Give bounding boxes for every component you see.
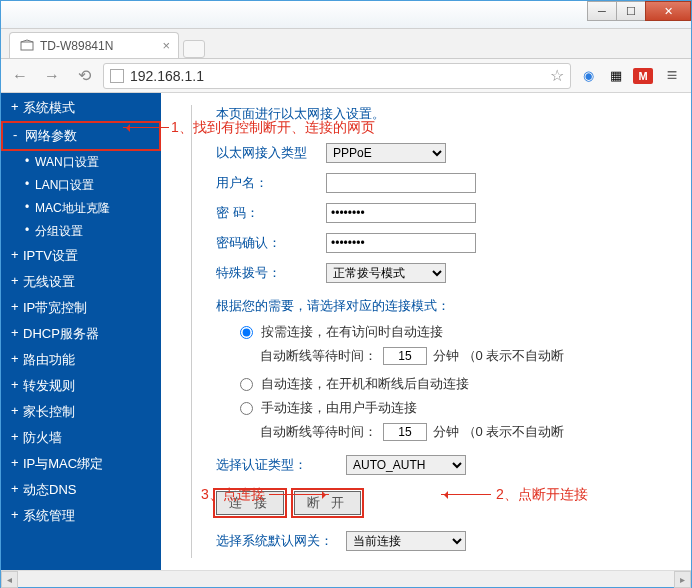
url-input[interactable]: 192.168.1.1 ☆ bbox=[103, 63, 571, 89]
browser-menu-button[interactable]: ≡ bbox=[659, 63, 685, 89]
window-minimize-button[interactable]: ─ bbox=[587, 1, 617, 21]
auth-label: 选择认证类型： bbox=[216, 456, 346, 474]
address-bar: ← → ⟲ 192.168.1.1 ☆ ◉ ▦ M ≡ bbox=[1, 59, 691, 93]
sidebar-item-mac-clone[interactable]: MAC地址克隆 bbox=[1, 197, 161, 220]
idle-time-input-1[interactable] bbox=[383, 347, 427, 365]
window-maximize-button[interactable]: ☐ bbox=[616, 1, 646, 21]
gateway-label: 选择系统默认网关： bbox=[216, 532, 346, 550]
url-text: 192.168.1.1 bbox=[130, 68, 204, 84]
sidebar-item-forwarding[interactable]: 转发规则 bbox=[1, 373, 161, 399]
sidebar-item-dhcp[interactable]: DHCP服务器 bbox=[1, 321, 161, 347]
tab-title: TD-W89841N bbox=[40, 39, 113, 53]
main-panel: 本页面进行以太网接入设置。 以太网接入类型 PPPoE 用户名： 密 码： 密码… bbox=[161, 93, 691, 570]
gmail-icon[interactable]: M bbox=[633, 68, 653, 84]
sidebar-item-iptv[interactable]: IPTV设置 bbox=[1, 243, 161, 269]
sidebar-item-routing[interactable]: 路由功能 bbox=[1, 347, 161, 373]
back-button[interactable]: ← bbox=[7, 63, 33, 89]
sidebar: 系统模式 网络参数 WAN口设置 LAN口设置 MAC地址克隆 分组设置 IPT… bbox=[1, 93, 161, 570]
username-label: 用户名： bbox=[216, 174, 326, 192]
sidebar-item-wan-settings[interactable]: WAN口设置 bbox=[1, 151, 161, 174]
new-tab-button[interactable] bbox=[183, 40, 205, 58]
gateway-select[interactable]: 当前连接 bbox=[346, 531, 466, 551]
auth-select[interactable]: AUTO_AUTH bbox=[346, 455, 466, 475]
password-confirm-label: 密码确认： bbox=[216, 234, 326, 252]
sidebar-item-ddns[interactable]: 动态DNS bbox=[1, 477, 161, 503]
mode-on-demand-label: 按需连接，在有访问时自动连接 bbox=[261, 323, 443, 341]
scroll-right-button[interactable]: ▸ bbox=[674, 571, 691, 588]
browser-window: ─ ☐ ✕ TD-W89841N × ← → ⟲ 192.168.1.1 ☆ ◉… bbox=[0, 0, 692, 588]
disconnect-button[interactable]: 断 开 bbox=[294, 491, 362, 515]
sidebar-item-network-params[interactable]: 网络参数 bbox=[1, 121, 161, 151]
horizontal-scrollbar[interactable]: ◂ ▸ bbox=[1, 570, 691, 587]
tab-favicon-icon bbox=[20, 39, 34, 53]
forward-button[interactable]: → bbox=[39, 63, 65, 89]
idle-label-1: 自动断线等待时间： bbox=[260, 347, 377, 365]
sidebar-item-bandwidth[interactable]: IP带宽控制 bbox=[1, 295, 161, 321]
mode-auto-radio[interactable] bbox=[240, 378, 253, 391]
sidebar-item-parental[interactable]: 家长控制 bbox=[1, 399, 161, 425]
reload-button[interactable]: ⟲ bbox=[71, 63, 97, 89]
scroll-left-button[interactable]: ◂ bbox=[1, 571, 18, 588]
idle-unit-1: 分钟 （0 表示不自动断 bbox=[433, 347, 564, 365]
connect-button[interactable]: 连 接 bbox=[216, 491, 284, 515]
page-intro: 本页面进行以太网接入设置。 bbox=[216, 105, 691, 123]
browser-tab[interactable]: TD-W89841N × bbox=[9, 32, 179, 58]
mode-note: 根据您的需要，请选择对应的连接模式： bbox=[216, 297, 691, 315]
idle-time-input-2[interactable] bbox=[383, 423, 427, 441]
window-titlebar: ─ ☐ ✕ bbox=[1, 1, 691, 29]
tab-close-icon[interactable]: × bbox=[162, 38, 170, 53]
mode-on-demand-radio[interactable] bbox=[240, 326, 253, 339]
idle-label-2: 自动断线等待时间： bbox=[260, 423, 377, 441]
special-dial-select[interactable]: 正常拨号模式 bbox=[326, 263, 446, 283]
password-confirm-input[interactable] bbox=[326, 233, 476, 253]
username-input[interactable] bbox=[326, 173, 476, 193]
idle-unit-2: 分钟 （0 表示不自动断 bbox=[433, 423, 564, 441]
extension-icon-1[interactable]: ◉ bbox=[577, 65, 599, 87]
bookmark-star-icon[interactable]: ☆ bbox=[550, 66, 564, 85]
mode-manual-radio[interactable] bbox=[240, 402, 253, 415]
svg-rect-0 bbox=[21, 42, 33, 50]
extension-icon-2[interactable]: ▦ bbox=[605, 65, 627, 87]
eth-type-select[interactable]: PPPoE bbox=[326, 143, 446, 163]
eth-type-label: 以太网接入类型 bbox=[216, 144, 326, 162]
sidebar-item-wireless[interactable]: 无线设置 bbox=[1, 269, 161, 295]
sidebar-item-system-mgmt[interactable]: 系统管理 bbox=[1, 503, 161, 529]
sidebar-item-lan-settings[interactable]: LAN口设置 bbox=[1, 174, 161, 197]
special-dial-label: 特殊拨号： bbox=[216, 264, 326, 282]
sidebar-item-group-settings[interactable]: 分组设置 bbox=[1, 220, 161, 243]
password-label: 密 码： bbox=[216, 204, 326, 222]
sidebar-item-system-mode[interactable]: 系统模式 bbox=[1, 95, 161, 121]
mode-auto-label: 自动连接，在开机和断线后自动连接 bbox=[261, 375, 469, 393]
mode-manual-label: 手动连接，由用户手动连接 bbox=[261, 399, 417, 417]
page-content: 系统模式 网络参数 WAN口设置 LAN口设置 MAC地址克隆 分组设置 IPT… bbox=[1, 93, 691, 570]
page-icon bbox=[110, 69, 124, 83]
sidebar-item-firewall[interactable]: 防火墙 bbox=[1, 425, 161, 451]
sidebar-item-ip-mac[interactable]: IP与MAC绑定 bbox=[1, 451, 161, 477]
window-close-button[interactable]: ✕ bbox=[645, 1, 691, 21]
password-input[interactable] bbox=[326, 203, 476, 223]
tab-strip: TD-W89841N × bbox=[1, 29, 691, 59]
